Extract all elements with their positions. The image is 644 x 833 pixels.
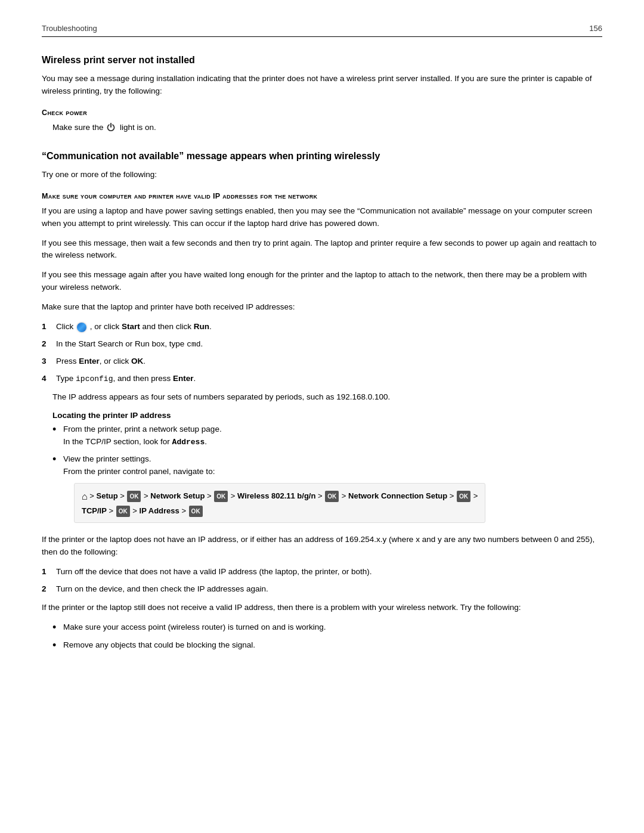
ip-step-2-text: Turn on the device, and then check the I… xyxy=(56,583,268,596)
still-no-ip-text: If the printer or the laptop still does … xyxy=(42,602,602,614)
make-sure-heading: Make sure your computer and printer have… xyxy=(42,192,602,200)
section2-title: “Communication not available” message ap… xyxy=(42,151,602,162)
ok-badge-4: OK xyxy=(457,491,470,502)
locating-bullet-1-main: From the printer, print a network setup … xyxy=(63,425,222,433)
section-communication-not-available: “Communication not available” message ap… xyxy=(42,151,602,652)
home-icon: ⌂ xyxy=(82,491,88,501)
windows-icon xyxy=(77,323,86,332)
nav-path: ⌂ > Setup > OK > Network Setup > OK > Wi… xyxy=(74,483,485,523)
ok-badge-3: OK xyxy=(325,491,339,502)
section-wireless-print-server: Wireless print server not installed You … xyxy=(42,55,602,134)
section1-intro: You may see a message during installatio… xyxy=(42,73,602,98)
page-number: 156 xyxy=(589,24,602,33)
check-power-text: Make sure the light is on. xyxy=(52,122,602,134)
header-section-label: Troubleshooting xyxy=(42,24,97,33)
page-header: Troubleshooting 156 xyxy=(42,24,602,37)
section2-intro: Try one or more of the following: xyxy=(42,169,602,181)
final-bullet-1: • Make sure your access point (wireless … xyxy=(52,621,602,634)
ok-badge-5: OK xyxy=(116,506,130,517)
para3: If you see this message again after you … xyxy=(42,269,602,294)
locating-bullet-1: • From the printer, print a network setu… xyxy=(52,423,602,448)
power-icon xyxy=(107,123,116,132)
from-printer-label: From the printer control panel, navigate… xyxy=(63,467,215,476)
ok-badge-2: OK xyxy=(214,491,228,502)
locating-bullet-2-main: View the printer settings. xyxy=(63,454,151,463)
final-bullet-2-text: Remove any objects that could be blockin… xyxy=(63,639,255,652)
check-power-heading: Check power xyxy=(42,109,602,117)
para4: Make sure that the laptop and printer ha… xyxy=(42,301,602,314)
ip-step-2: 2 Turn on the device, and then check the… xyxy=(42,583,602,596)
locating-bullet-1-sub: In the TCP/IP section, look for Address. xyxy=(63,437,207,446)
if-no-ip-text: If the printer or the laptop does not ha… xyxy=(42,534,602,559)
para2: If you see this message, then wait a few… xyxy=(42,237,602,262)
ok-badge-6: OK xyxy=(189,506,203,517)
final-bullets-list: • Make sure your access point (wireless … xyxy=(52,621,602,652)
ok-badge-1: OK xyxy=(127,491,141,502)
step4-sub: The IP address appears as four sets of n… xyxy=(52,391,602,404)
final-bullet-1-text: Make sure your access point (wireless ro… xyxy=(63,621,326,634)
ip-step-1: 1 Turn off the device that does not have… xyxy=(42,566,602,578)
ip-steps-list: 1 Turn off the device that does not have… xyxy=(42,566,602,596)
step-3: 3 Press Enter, or click OK. xyxy=(42,355,602,368)
para1: If you are using a laptop and have power… xyxy=(42,205,602,230)
section1-title: Wireless print server not installed xyxy=(42,55,602,66)
locating-heading: Locating the printer IP address xyxy=(52,411,602,420)
final-bullet-2: • Remove any objects that could be block… xyxy=(52,639,602,652)
ip-step-1-text: Turn off the device that does not have a… xyxy=(56,566,372,578)
locating-bullets-list: • From the printer, print a network setu… xyxy=(52,423,602,528)
locating-bullet-2: • View the printer settings. From the pr… xyxy=(52,453,602,528)
page: Troubleshooting 156 Wireless print serve… xyxy=(0,0,644,833)
step-4: 4 Type ipconfig, and then press Enter. xyxy=(42,373,602,385)
step-2: 2 In the Start Search or Run box, type c… xyxy=(42,338,602,351)
steps-list: 1 Click , or click Start and then click … xyxy=(42,321,602,385)
step-1: 1 Click , or click Start and then click … xyxy=(42,321,602,333)
